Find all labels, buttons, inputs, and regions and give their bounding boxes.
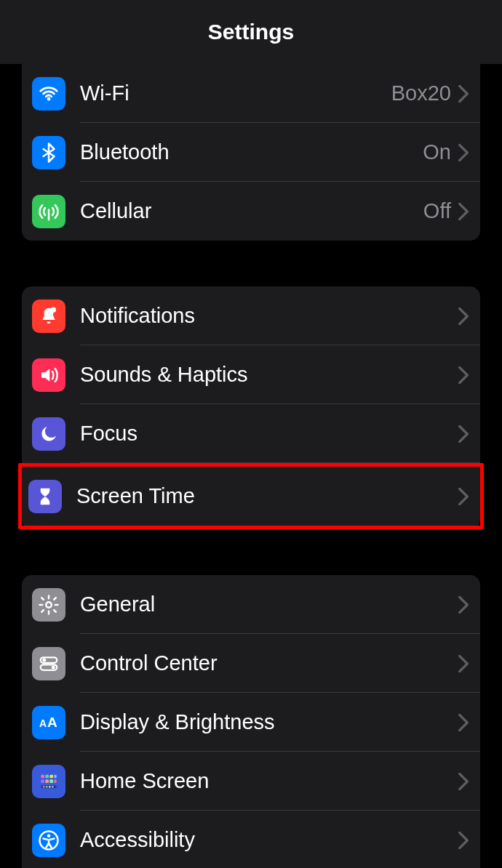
svg-point-18 [46, 786, 48, 788]
gear-icon [32, 588, 65, 622]
svg-point-20 [52, 786, 54, 788]
bluetooth-icon [32, 136, 65, 169]
chevron-right-icon [458, 832, 469, 849]
screentime-row[interactable]: Screen Time [22, 467, 480, 526]
chevron-right-icon [458, 714, 469, 731]
focus-row[interactable]: Focus [22, 404, 480, 463]
page-title: Settings [208, 20, 294, 44]
wifi-label: Wi-Fi [80, 81, 391, 105]
bluetooth-value: On [423, 140, 451, 164]
bluetooth-row[interactable]: Bluetooth On [22, 123, 480, 182]
accessibility-row[interactable]: Accessibility [22, 811, 480, 868]
cellular-icon [32, 195, 65, 228]
chevron-right-icon [458, 655, 469, 672]
chevron-right-icon [458, 425, 469, 443]
speaker-icon [32, 358, 65, 392]
chevron-right-icon [458, 488, 469, 505]
svg-rect-12 [41, 779, 44, 783]
cellular-row[interactable]: Cellular Off [22, 182, 480, 241]
chevron-right-icon [458, 596, 469, 614]
display-row[interactable]: AA Display & Brightness [22, 693, 480, 752]
grid-icon [32, 765, 65, 798]
device-section: General Control Center AA Display & Brig… [22, 575, 480, 868]
homescreen-row[interactable]: Home Screen [22, 752, 480, 811]
notifications-row[interactable]: Notifications [22, 286, 480, 345]
svg-point-19 [49, 786, 51, 788]
connectivity-section: Wi-Fi Box20 Bluetooth On Cellular Off [22, 64, 480, 241]
svg-point-3 [42, 658, 46, 662]
general-row[interactable]: General [22, 575, 480, 634]
wifi-icon [32, 77, 65, 110]
wifi-row[interactable]: Wi-Fi Box20 [22, 64, 480, 123]
chevron-right-icon [458, 85, 469, 103]
svg-point-22 [47, 834, 51, 837]
svg-rect-15 [54, 779, 56, 783]
svg-point-0 [51, 307, 57, 313]
cellular-label: Cellular [80, 199, 423, 223]
controlcenter-label: Control Center [80, 651, 458, 675]
svg-rect-8 [41, 774, 44, 778]
accessibility-label: Accessibility [80, 828, 458, 852]
alerts-section: Notifications Sounds & Haptics Focus Scr… [22, 286, 480, 529]
svg-text:A: A [39, 718, 47, 729]
bell-icon [32, 300, 65, 333]
cellular-value: Off [423, 199, 451, 223]
moon-icon [32, 417, 65, 451]
accessibility-icon [32, 824, 65, 857]
aa-icon: AA [32, 706, 65, 739]
chevron-right-icon [458, 144, 469, 161]
focus-label: Focus [80, 422, 458, 446]
display-label: Display & Brightness [80, 710, 458, 734]
svg-rect-9 [45, 774, 49, 778]
svg-point-17 [43, 786, 45, 788]
svg-text:A: A [47, 715, 57, 730]
wifi-value: Box20 [391, 81, 451, 105]
svg-point-1 [46, 602, 52, 608]
hourglass-icon [28, 480, 62, 513]
sounds-label: Sounds & Haptics [80, 363, 458, 387]
notifications-label: Notifications [80, 304, 458, 328]
svg-rect-13 [45, 779, 49, 783]
svg-point-5 [52, 665, 55, 669]
chevron-right-icon [458, 773, 469, 790]
controlcenter-row[interactable]: Control Center [22, 634, 480, 693]
svg-rect-11 [54, 774, 56, 778]
sounds-row[interactable]: Sounds & Haptics [22, 345, 480, 404]
chevron-right-icon [458, 203, 469, 220]
switches-icon [32, 647, 65, 680]
svg-rect-14 [49, 779, 53, 783]
settings-content: Wi-Fi Box20 Bluetooth On Cellular Off [0, 64, 502, 868]
bluetooth-label: Bluetooth [80, 140, 423, 164]
highlight-box: Screen Time [18, 463, 484, 529]
homescreen-label: Home Screen [80, 769, 458, 793]
chevron-right-icon [458, 308, 469, 325]
settings-header: Settings [0, 0, 502, 64]
general-label: General [80, 592, 458, 616]
svg-rect-10 [49, 774, 53, 778]
screentime-label: Screen Time [76, 484, 458, 508]
chevron-right-icon [458, 366, 469, 384]
